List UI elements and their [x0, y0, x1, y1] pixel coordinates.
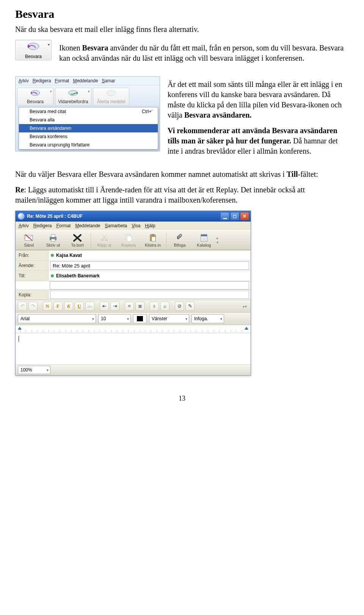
toolbar-sand[interactable]: Sänd: [17, 232, 41, 248]
toolbar-label: Besvara: [18, 99, 52, 104]
outdent-button[interactable]: ⇤: [100, 302, 109, 311]
font-select[interactable]: Arial: [18, 314, 96, 323]
chevron-down-icon[interactable]: ▾: [50, 90, 52, 93]
catalog-icon: [199, 233, 209, 242]
menu-item-besvara-citat[interactable]: Besvara med citat Ctrl+': [19, 107, 158, 116]
menu-meddelande[interactable]: Meddelande: [75, 223, 100, 228]
insert-select[interactable]: Infoga.: [191, 314, 224, 323]
menu-visa[interactable]: Visa: [132, 223, 140, 228]
format-toolbar-1: ↶ ↷ N F K U abc ⇤ ⇥ ≡ ≣ ⎀ ⌕ ⊘ ✎ ▸▾: [16, 300, 251, 313]
svg-point-10: [105, 239, 107, 241]
fontsize-select[interactable]: 10: [98, 314, 131, 323]
besvara-toolbar-button[interactable]: ▾ Besvara: [15, 40, 52, 60]
send-icon: [24, 233, 34, 242]
reply-icon: [29, 89, 42, 98]
shortcut-label: Ctrl+': [142, 109, 152, 114]
menu-format[interactable]: Format: [55, 78, 69, 83]
to-extra-input[interactable]: [50, 281, 249, 289]
redo-button[interactable]: ↷: [28, 302, 38, 311]
color-select[interactable]: [133, 314, 147, 323]
cc-label: Kopia:: [16, 290, 49, 300]
block-button[interactable]: ⊘: [175, 302, 184, 311]
presence-icon: [51, 254, 54, 257]
paragraph-1: Ikonen Besvara använder du när du fått e…: [59, 43, 349, 63]
strike-button[interactable]: abc: [85, 302, 94, 311]
toolbar-tabort[interactable]: Ta bort: [66, 232, 89, 248]
paragraph-5: Re: Läggs automatiskt till i Ärende-rade…: [15, 185, 349, 205]
maximize-button[interactable]: ◻: [230, 212, 239, 220]
chevron-down-icon[interactable]: ▾: [88, 90, 90, 93]
menu-samarbeta[interactable]: Samar: [102, 78, 115, 83]
menubar: Arkiv Redigera Format Meddelande Samar: [16, 77, 160, 85]
toolbar-overflow-icon[interactable]: ▸▾: [243, 304, 248, 308]
bold-button[interactable]: N: [43, 302, 52, 311]
svg-rect-15: [152, 237, 155, 241]
menu-item-besvara-avsandaren[interactable]: Besvara avsändaren: [19, 124, 158, 132]
highlight-button[interactable]: ✎: [185, 302, 195, 311]
cut-icon: [99, 233, 110, 242]
copy-icon: [123, 233, 134, 242]
chevron-down-icon[interactable]: ▾: [48, 42, 50, 47]
align-select[interactable]: Vänster: [149, 314, 189, 323]
bold-f-button[interactable]: F: [53, 302, 63, 311]
titlebar: Re: Möte 25 april : C4BUF ▁ ◻ ✕: [16, 211, 251, 222]
svg-rect-8: [51, 239, 55, 241]
italic-button[interactable]: K: [64, 302, 73, 311]
menu-hjalp[interactable]: Hjälp: [145, 223, 155, 228]
menu-item-besvara-ursprunglig[interactable]: Besvara ursprunglig författare: [19, 141, 158, 149]
to-label: Till:: [16, 271, 49, 281]
message-headers: Från: Kajsa Kavat Ärende: Till: Elisabet…: [16, 250, 251, 300]
toolbar-katalog[interactable]: Katalog: [192, 232, 216, 248]
attach-icon: [174, 233, 185, 242]
toolbar-skrivut[interactable]: Skriv ut: [41, 232, 65, 248]
number-list-button[interactable]: ≣: [135, 302, 144, 311]
toolbar-vidarebefordra[interactable]: ▾ Vidarebefordra: [55, 88, 91, 105]
retract-icon: [105, 89, 118, 98]
find-button[interactable]: ⌕: [160, 302, 169, 311]
menu-arkiv[interactable]: Arkiv: [19, 78, 29, 83]
cc-input[interactable]: [50, 291, 249, 299]
paragraph-3: Vi rekommenderar att använda Besvara avs…: [168, 126, 349, 156]
format-toolbar-2: Arial 10 Vänster Infoga.: [16, 313, 251, 325]
zoom-select[interactable]: 100%: [18, 366, 50, 374]
toolbar-overflow-icon[interactable]: ▸▾: [217, 232, 222, 248]
menu-item-besvara-alla[interactable]: Besvara alla: [19, 116, 158, 124]
underline-button[interactable]: U: [75, 302, 84, 311]
besvara-dropdown-menu: Besvara med citat Ctrl+' Besvara alla Be…: [19, 107, 158, 149]
svg-rect-17: [201, 234, 207, 236]
window-title: Re: Möte 25 april : C4BUF: [27, 214, 83, 219]
menu-item-besvara-konferens[interactable]: Besvara konferens: [19, 132, 158, 141]
undo-button[interactable]: ↶: [18, 302, 27, 311]
print-icon: [48, 233, 58, 242]
subject-input[interactable]: [50, 261, 249, 270]
minimize-button[interactable]: ▁: [220, 212, 229, 220]
menu-format[interactable]: Format: [56, 223, 71, 228]
toolbar-klistrain[interactable]: Klistra in: [141, 232, 165, 248]
svg-point-3: [107, 90, 116, 96]
menu-arkiv[interactable]: Arkiv: [19, 223, 29, 228]
bullet-list-button[interactable]: ≡: [125, 302, 134, 311]
menu-redigera[interactable]: Redigera: [33, 78, 51, 83]
status-bar: 100%: [16, 365, 251, 375]
toolbar-besvara[interactable]: ▾ Besvara: [17, 88, 53, 105]
close-button[interactable]: ✕: [240, 212, 249, 220]
toolbar-label: Återta meddel: [94, 99, 128, 104]
insert-button[interactable]: ⎀: [150, 302, 159, 311]
indent-button[interactable]: ⇥: [110, 302, 119, 311]
subject-label: Ärende:: [16, 261, 49, 271]
menu-meddelande[interactable]: Meddelande: [73, 78, 98, 83]
page-heading: Besvara: [15, 8, 349, 20]
reply-icon: [26, 42, 41, 53]
ruler[interactable]: [16, 325, 251, 333]
menu-samarbeta[interactable]: Samarbeta: [105, 223, 127, 228]
compose-window-screenshot: Re: Möte 25 april : C4BUF ▁ ◻ ✕ Arkiv Re…: [15, 211, 251, 376]
toolbar-bifoga[interactable]: Bifoga: [168, 232, 191, 248]
text-caret: [19, 336, 19, 342]
toolbar-klipput: Klipp ut: [93, 232, 116, 248]
message-body-editor[interactable]: [16, 333, 251, 365]
to-value[interactable]: Elisabeth Banemark: [50, 272, 249, 280]
menu-redigera[interactable]: Redigera: [33, 223, 52, 228]
paragraph-2: Är det ett mail som sänts till många ell…: [168, 79, 349, 120]
paragraph-4: När du väljer Besvara eller Besvara avsä…: [15, 169, 349, 179]
window-icon: [18, 213, 25, 220]
